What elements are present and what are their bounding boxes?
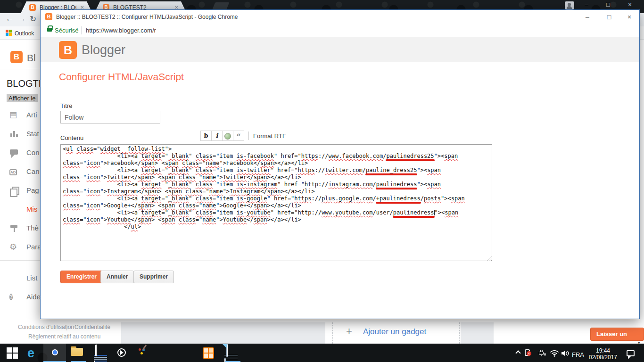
cancel-button[interactable]: Annuler <box>100 271 134 283</box>
blogger-favicon-icon: B <box>29 4 36 11</box>
document-icon <box>94 345 107 362</box>
outlook-icon <box>6 30 12 36</box>
screen: B Blogger : BLOGTEST2 - M × B BLOGTEST2 … <box>0 0 644 362</box>
popup-minimize-button[interactable]: – <box>577 11 598 23</box>
divider <box>248 132 249 140</box>
code-line: <li><a target="_blank" class="item is-yo… <box>63 209 490 216</box>
notification-center-icon[interactable] <box>627 350 635 356</box>
footer-link-content-policy[interactable]: Règlement relatif au contenu <box>28 333 100 340</box>
url-text[interactable]: https://www.blogger.com/r <box>86 27 156 34</box>
window-close-button[interactable]: × <box>619 0 640 10</box>
taskbar-writer[interactable] <box>94 346 107 360</box>
articles-icon: ▤ <box>9 110 19 120</box>
sidebar-item-settings[interactable]: ⚙ Para <box>0 238 41 256</box>
divider <box>0 69 41 69</box>
blog-name: BLOGTE <box>7 78 45 89</box>
gear-icon: ⚙ <box>9 242 19 252</box>
popup-window: B Blogger :: BLOGTEST2 :: Configurer HTM… <box>40 9 640 319</box>
taskbar-inkscape[interactable] <box>180 346 193 360</box>
code-line: <ul class="widget__follow-list"> <box>63 146 490 153</box>
code-line: class="icon">Google+</span> <span class=… <box>63 202 490 209</box>
page-title: Configurer HTML/JavaScript <box>59 71 184 82</box>
pages-icon <box>9 186 19 195</box>
code-line: <li><a target="_blank" class="item is-tw… <box>63 167 490 174</box>
popup-titlebar[interactable]: B Blogger :: BLOGTEST2 :: Configurer HTM… <box>41 10 639 24</box>
clock[interactable]: 19:44 02/08/2017 <box>586 347 620 361</box>
window-minimize-button[interactable]: – <box>576 0 597 10</box>
popup-maximize-button[interactable]: □ <box>599 11 619 23</box>
stats-icon <box>9 129 19 139</box>
code-line: </ul> <box>63 223 490 230</box>
window-maximize-button[interactable]: □ <box>598 0 619 10</box>
footer-link-privacy[interactable]: Confidentialité <box>74 324 110 330</box>
plus-icon: + <box>346 325 352 337</box>
clock-time: 19:44 <box>586 347 620 354</box>
divider <box>0 260 41 261</box>
clock-date: 02/08/2017 <box>586 354 620 361</box>
windows-logo-icon <box>7 347 18 359</box>
taskbar: e <box>0 344 644 362</box>
code-line: class="icon">Twitter</span> <span class=… <box>63 174 490 181</box>
notepad-icon <box>224 344 238 362</box>
add-gadget-label[interactable]: Ajouter un gadget <box>363 327 426 337</box>
taskbar-file-explorer[interactable] <box>71 346 84 360</box>
popup-close-button[interactable]: × <box>619 11 640 23</box>
sidebar-item-comments[interactable]: Con <box>0 143 41 162</box>
sidebar-item-stats[interactable]: Stat <box>0 124 41 143</box>
secure-label: Sécurisé <box>55 27 79 34</box>
wifi-icon[interactable] <box>550 350 559 357</box>
taskbar-photos[interactable] <box>202 346 215 360</box>
blogger-brand-text: Blogger <box>82 43 125 58</box>
taskbar-notepad[interactable] <box>224 346 238 360</box>
address-bar[interactable]: Sécurisé https://www.blogger.com/r <box>41 24 639 37</box>
divider <box>81 26 82 34</box>
add-gadget-box[interactable]: + Ajouter un gadget <box>332 322 460 344</box>
format-rtf-toggle[interactable]: Format RTF <box>253 132 286 140</box>
sidebar-item-help[interactable]: ? Aide <box>0 288 41 306</box>
code-line: <li><a target="_blank" class="item is-in… <box>63 181 490 188</box>
bookmark-outlook[interactable]: Outlook <box>15 30 34 37</box>
sidebar-item-campaigns[interactable]: AD Can <box>0 162 41 181</box>
sidebar-item-theme[interactable]: Thè <box>0 219 41 238</box>
forward-icon[interactable]: → <box>18 14 26 24</box>
link-icon[interactable] <box>222 131 233 141</box>
language-indicator[interactable]: FRA <box>572 351 584 358</box>
sidebar-item-reading-list[interactable]: List <box>0 269 41 288</box>
sidebar-item-pages[interactable]: Pag <box>0 181 41 200</box>
quote-icon[interactable]: “ <box>233 131 244 141</box>
blogger-logo-icon: B <box>59 41 77 59</box>
italic-icon[interactable]: i <box>211 131 222 141</box>
editor-toolbar: b i “ Format RTF <box>200 131 286 141</box>
taskbar-paint[interactable] <box>136 346 149 360</box>
refresh-icon[interactable]: ↻ <box>30 14 36 24</box>
blogger-logo-icon: B <box>10 51 23 63</box>
back-icon[interactable]: ← <box>6 14 14 24</box>
footer-gray-panel <box>461 322 494 344</box>
campaigns-icon: AD <box>9 167 19 176</box>
footer-gray-panel <box>121 322 325 344</box>
code-line: class="icon">Instagram</span> <span clas… <box>63 188 490 195</box>
sidebar-item-articles[interactable]: ▤ Arti <box>0 106 41 124</box>
plugged-status-icon[interactable] <box>537 350 547 357</box>
view-blog-link[interactable]: Afficher le <box>7 94 38 102</box>
tray-chevron-up-icon[interactable] <box>515 350 520 355</box>
code-line: <li><a target="_blank" class="item is-go… <box>63 195 490 202</box>
speaker-icon[interactable] <box>561 350 570 357</box>
theme-icon <box>9 223 19 233</box>
taskbar-edge[interactable]: e <box>27 346 41 360</box>
delete-button[interactable]: Supprimer <box>133 271 174 283</box>
content-textarea[interactable]: <ul class="widget__follow-list"> <li><a … <box>60 144 492 261</box>
taskbar-media-player[interactable] <box>115 346 128 360</box>
start-button[interactable] <box>6 346 19 360</box>
taskbar-gradient-app[interactable] <box>157 346 171 360</box>
hardware-status-icon[interactable] <box>525 349 530 356</box>
bookmark-icon <box>9 273 19 283</box>
sidebar-item-layout[interactable]: Mis <box>0 200 41 219</box>
blogger-logo-text: Bl <box>27 52 36 64</box>
taskbar-chrome[interactable] <box>49 346 62 360</box>
title-input[interactable] <box>60 111 160 123</box>
profile-icon[interactable] <box>565 1 574 9</box>
bold-icon[interactable]: b <box>200 131 211 141</box>
feedback-button[interactable]: Laisser un avis <box>590 328 644 341</box>
save-button[interactable]: Enregistrer <box>60 271 103 283</box>
